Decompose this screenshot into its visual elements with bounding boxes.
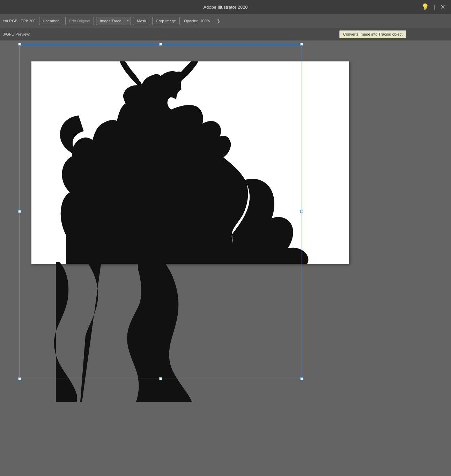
- image-trace-dropdown[interactable]: Image Trace ▾: [96, 17, 131, 25]
- gpu-preview-label: 3/GPU Preview): [3, 32, 30, 36]
- mask-button[interactable]: Mask: [133, 17, 150, 25]
- light-icon[interactable]: 💡: [421, 3, 429, 11]
- title-bar: Adobe Illustrator 2020 💡 | ✕: [0, 0, 451, 14]
- artwork-svg: [31, 61, 349, 264]
- color-mode-label: ent RGB PPI: 300: [3, 19, 36, 23]
- app-title: Adobe Illustrator 2020: [203, 5, 247, 10]
- edit-original-button[interactable]: Edit Original: [65, 17, 94, 25]
- tooltip-message: Converts Image into Tracing object: [343, 32, 402, 36]
- image-trace-arrow[interactable]: ▾: [125, 17, 131, 25]
- handle-top-center[interactable]: [159, 43, 162, 46]
- handle-middle-left[interactable]: [18, 210, 21, 213]
- handle-bottom-left[interactable]: [18, 377, 21, 380]
- crop-image-button[interactable]: Crop Image: [152, 17, 180, 25]
- image-trace-button[interactable]: Image Trace: [96, 17, 125, 25]
- divider: |: [434, 4, 435, 10]
- opacity-label: Opacity:: [184, 19, 198, 23]
- handle-top-left[interactable]: [18, 43, 21, 46]
- title-bar-icons: 💡 | ✕: [421, 3, 445, 11]
- control-bar: ent RGB PPI: 300 Unembed Edit Original I…: [0, 14, 451, 28]
- overflow-silhouette: [31, 262, 349, 402]
- chevron-icon[interactable]: ❯: [217, 18, 220, 23]
- unembed-button[interactable]: Unembed: [39, 17, 64, 25]
- artboard: [31, 61, 349, 264]
- close-icon[interactable]: ✕: [440, 3, 445, 11]
- tooltip-bubble: Converts Image into Tracing object: [339, 30, 406, 38]
- handle-top-right[interactable]: [300, 43, 303, 46]
- opacity-value: 100%: [200, 19, 214, 23]
- tooltip-bar: 3/GPU Preview) Converts Image into Traci…: [0, 28, 451, 40]
- canvas-area: [0, 40, 451, 476]
